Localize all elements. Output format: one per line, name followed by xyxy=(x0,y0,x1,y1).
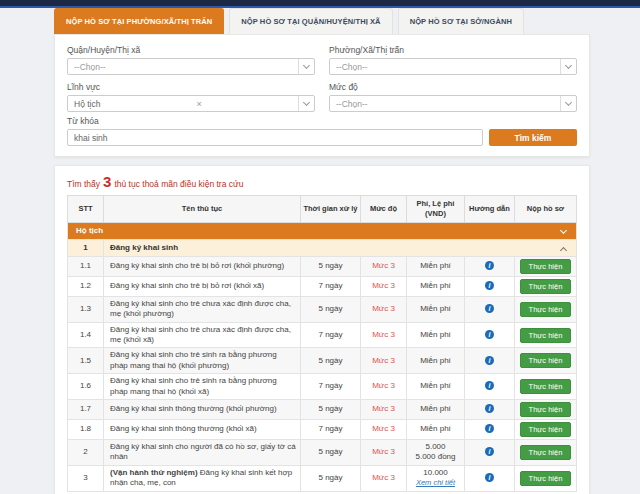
domain-label: Lĩnh vực xyxy=(67,82,315,92)
execute-button[interactable]: Thực hiện xyxy=(520,422,572,437)
fee-detail-link[interactable]: Xem chi tiết xyxy=(416,478,455,487)
guide-cell: i xyxy=(465,322,515,348)
column-header-5: Hướng dẫn xyxy=(465,196,515,223)
fee-line: 10.000 xyxy=(411,468,460,478)
procedure-name-cell: Đăng ký khai sinh thông thường (khối xã) xyxy=(104,420,301,440)
execute-button[interactable]: Thực hiện xyxy=(520,302,572,317)
info-icon[interactable]: i xyxy=(485,381,494,390)
keyword-input[interactable] xyxy=(67,129,483,146)
fee-cell: 5.0005.000 đồng xyxy=(407,440,465,466)
chevron-down-icon xyxy=(298,59,314,74)
execute-button[interactable]: Thực hiện xyxy=(520,353,572,368)
execute-button[interactable]: Thực hiện xyxy=(520,328,572,343)
info-icon[interactable]: i xyxy=(485,304,494,313)
level-field: Mức độ --Chọn-- xyxy=(329,78,577,112)
ward-field: Phường/Xã/Thị trấn --Chọn-- xyxy=(329,41,577,75)
district-select-value: --Chọn-- xyxy=(74,62,106,72)
info-icon[interactable]: i xyxy=(485,424,494,433)
fee-detail-link-wrap: Xem chi tiết xyxy=(411,478,460,488)
district-select[interactable]: --Chọn-- xyxy=(67,58,315,75)
level-value: Mức 3 xyxy=(372,281,395,290)
tab-nop-ho-so-quan-huyen[interactable]: NỘP HỒ SƠ TẠI QUẬN/HUYỆN/THỊ XÃ xyxy=(229,8,392,34)
level-value: Mức 3 xyxy=(372,381,395,390)
table-row: 1.8Đăng ký khai sinh thông thường (khối … xyxy=(68,420,577,440)
table-row: 2Đăng ký khai sinh cho người đã có hồ sơ… xyxy=(68,440,577,466)
submit-cell: Thực hiện xyxy=(515,348,577,374)
table-row: 1.2Đăng ký khai sinh cho trẻ bị bỏ rơi (… xyxy=(68,276,577,296)
level-cell: Mức 3 xyxy=(361,348,407,374)
tab-nop-ho-so-phuong-xa[interactable]: NỘP HỒ SƠ TẠI PHƯỜNG/XÃ/THỊ TRẤN xyxy=(54,8,224,34)
info-icon[interactable]: i xyxy=(485,330,494,339)
fee-cell: Miễn phí xyxy=(407,420,465,440)
processing-time-cell: 5 ngày xyxy=(301,440,361,466)
info-icon[interactable]: i xyxy=(485,356,494,365)
fee-line: Miễn phí xyxy=(411,381,460,391)
tab-nop-ho-so-so-nganh[interactable]: NỘP HỒ SƠ TẠI SỞ/NGÀNH xyxy=(398,8,524,34)
submit-cell: Thực hiện xyxy=(515,465,577,491)
chevron-up-icon xyxy=(560,247,567,254)
submit-cell: Thực hiện xyxy=(515,322,577,348)
category-label: Hộ tịch xyxy=(76,226,103,235)
table-row: 1.7Đăng ký khai sinh thông thường (khối … xyxy=(68,400,577,420)
info-icon[interactable]: i xyxy=(485,447,494,456)
guide-cell: i xyxy=(465,400,515,420)
group-stt-cell: 1 xyxy=(68,239,104,256)
submit-cell: Thực hiện xyxy=(515,400,577,420)
fee-line: Miễn phí xyxy=(411,404,460,414)
submit-cell: Thực hiện xyxy=(515,296,577,322)
fee-line: Miễn phí xyxy=(411,424,460,434)
level-select-value: --Chọn-- xyxy=(336,99,368,109)
domain-select[interactable]: Hộ tịch × xyxy=(67,95,315,112)
processing-time-cell: 7 ngày xyxy=(301,322,361,348)
column-header-0: STT xyxy=(68,196,104,223)
processing-time-cell: 7 ngày xyxy=(301,420,361,440)
info-icon[interactable]: i xyxy=(485,404,494,413)
table-row: 1.6Đăng ký khai sinh cho trẻ sinh ra bằn… xyxy=(68,374,577,400)
chevron-down-icon xyxy=(560,59,576,74)
processing-time-cell: 5 ngày xyxy=(301,256,361,276)
submit-cell: Thực hiện xyxy=(515,276,577,296)
info-icon[interactable]: i xyxy=(485,281,494,290)
fee-line: Miễn phí xyxy=(411,304,460,314)
execute-button[interactable]: Thực hiện xyxy=(520,471,572,486)
fee-line: Miễn phí xyxy=(411,356,460,366)
execute-button[interactable]: Thực hiện xyxy=(520,445,572,460)
level-cell: Mức 3 xyxy=(361,400,407,420)
info-icon[interactable]: i xyxy=(485,261,494,270)
table-row: 1.5Đăng ký khai sinh cho trẻ sinh ra bằn… xyxy=(68,348,577,374)
group-name: Đăng ký khai sinh xyxy=(110,243,178,252)
category-row[interactable]: Hộ tịch xyxy=(68,222,577,239)
stt-cell: 1.2 xyxy=(68,276,104,296)
procedure-name-cell: Đăng ký khai sinh cho trẻ chưa xác định … xyxy=(104,322,301,348)
guide-cell: i xyxy=(465,420,515,440)
level-cell: Mức 3 xyxy=(361,420,407,440)
submit-cell: Thực hiện xyxy=(515,256,577,276)
keyword-label: Từ khóa xyxy=(67,116,577,126)
district-field: Quận/Huyện/Thị xã --Chọn-- xyxy=(67,41,315,75)
search-button[interactable]: Tìm kiếm xyxy=(489,129,577,146)
table-header-row: STTTên thủ tụcThời gian xử lýMức độPhí, … xyxy=(68,196,577,223)
execute-button[interactable]: Thực hiện xyxy=(520,402,572,417)
fee-cell: Miễn phí xyxy=(407,348,465,374)
guide-cell: i xyxy=(465,276,515,296)
column-header-4: Phí, Lệ phí (VND) xyxy=(407,196,465,223)
domain-field: Lĩnh vực Hộ tịch × xyxy=(67,78,315,112)
execute-button[interactable]: Thực hiện xyxy=(520,379,572,394)
execute-button[interactable]: Thực hiện xyxy=(520,279,572,294)
level-select[interactable]: --Chọn-- xyxy=(329,95,577,112)
processing-time-cell: 5 ngày xyxy=(301,296,361,322)
fee-line: 5.000 xyxy=(411,442,460,452)
stt-cell: 1.8 xyxy=(68,420,104,440)
clear-icon[interactable]: × xyxy=(192,99,207,109)
level-value: Mức 3 xyxy=(372,330,395,339)
fee-cell: Miễn phí xyxy=(407,276,465,296)
results-panel: Tìm thấy 3 thủ tục thoả mãn điều kiện tr… xyxy=(54,165,590,494)
level-value: Mức 3 xyxy=(372,356,395,365)
keyword-field: Từ khóa Tìm kiếm xyxy=(67,116,577,146)
execute-button[interactable]: Thực hiện xyxy=(520,259,572,274)
found-count: 3 xyxy=(103,174,111,189)
ward-select[interactable]: --Chọn-- xyxy=(329,58,577,75)
procedure-group-row[interactable]: 1Đăng ký khai sinh xyxy=(68,239,577,256)
info-icon[interactable]: i xyxy=(485,473,494,482)
stt-cell: 1.7 xyxy=(68,400,104,420)
